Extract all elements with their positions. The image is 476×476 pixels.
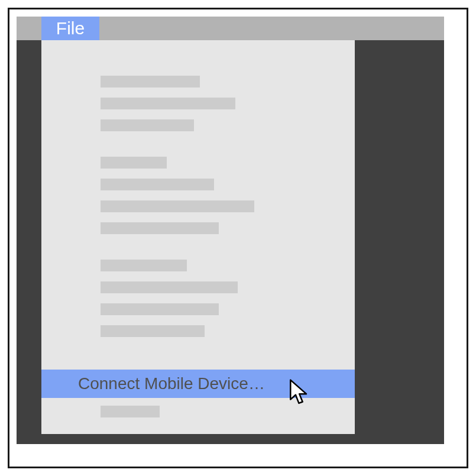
app-canvas: File Connect Mobile Device…: [17, 17, 444, 444]
file-dropdown: Connect Mobile Device…: [41, 40, 355, 434]
menu-item-placeholder[interactable]: [101, 303, 219, 315]
menu-item-placeholder[interactable]: [101, 325, 205, 337]
menu-item-placeholder[interactable]: [101, 157, 167, 169]
menu-item-placeholder[interactable]: [101, 98, 235, 109]
menu-item-placeholder[interactable]: [101, 200, 254, 212]
menu-item-placeholder[interactable]: [101, 119, 194, 131]
menu-item-placeholder[interactable]: [101, 281, 238, 293]
menu-item-placeholder[interactable]: [101, 179, 214, 190]
menu-file-label: File: [56, 18, 85, 38]
menu-item-placeholder[interactable]: [101, 260, 187, 271]
menubar: File: [17, 17, 444, 40]
menu-item-label: Connect Mobile Device…: [78, 374, 265, 393]
menu-item-connect-mobile-device[interactable]: Connect Mobile Device…: [41, 370, 355, 398]
menu-item-placeholder[interactable]: [101, 76, 200, 88]
menu-item-placeholder[interactable]: [101, 406, 160, 417]
menu-item-placeholder[interactable]: [101, 222, 219, 234]
menu-file[interactable]: File: [41, 17, 99, 40]
